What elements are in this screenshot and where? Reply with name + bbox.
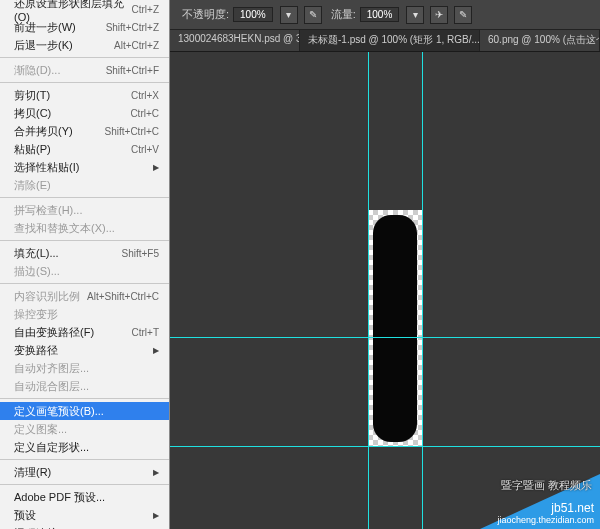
watermark-text: jb51.net jiaocheng.thezidian.com bbox=[497, 501, 594, 525]
menu-item-label: 填充(L)... bbox=[14, 246, 59, 261]
menu-item-label: 预设 bbox=[14, 508, 36, 523]
menu-item-shortcut: Shift+Ctrl+F bbox=[106, 65, 159, 76]
guide-horizontal-1 bbox=[170, 337, 600, 338]
menu-item[interactable]: 预设 bbox=[0, 506, 169, 524]
menu-item-label: 定义自定形状... bbox=[14, 440, 89, 455]
menu-item[interactable]: 粘贴(P)Ctrl+V bbox=[0, 140, 169, 158]
opacity-value[interactable]: 100% bbox=[233, 7, 273, 22]
flow-value[interactable]: 100% bbox=[360, 7, 400, 22]
menu-item[interactable]: 拷贝(C)Ctrl+C bbox=[0, 104, 169, 122]
tab-document-2[interactable]: 未标题-1.psd @ 100% (矩形 1, RGB/... bbox=[300, 30, 480, 51]
menu-item-shortcut: Ctrl+C bbox=[130, 108, 159, 119]
menu-item-shortcut: Shift+Ctrl+Z bbox=[106, 22, 159, 33]
opacity-dropdown-icon[interactable]: ▾ bbox=[280, 6, 298, 24]
menu-item-label: 定义画笔预设(B)... bbox=[14, 404, 104, 419]
menu-item-label: 拼写检查(H)... bbox=[14, 203, 82, 218]
menu-item-label: 选择性粘贴(I) bbox=[14, 160, 79, 175]
menu-item-label: 操控变形 bbox=[14, 307, 58, 322]
menu-separator bbox=[0, 398, 169, 399]
menu-item-label: 渐隐(D)... bbox=[14, 63, 60, 78]
menu-item: 拼写检查(H)... bbox=[0, 201, 169, 219]
menu-item-label: 剪切(T) bbox=[14, 88, 50, 103]
menu-item-label: 自动对齐图层... bbox=[14, 361, 89, 376]
watermark-line2: jiaocheng.thezidian.com bbox=[497, 515, 594, 525]
menu-item[interactable]: 自由变换路径(F)Ctrl+T bbox=[0, 323, 169, 341]
guide-vertical-2 bbox=[422, 52, 423, 529]
menu-separator bbox=[0, 484, 169, 485]
menu-item[interactable]: 合并拷贝(Y)Shift+Ctrl+C bbox=[0, 122, 169, 140]
menu-item: 自动混合图层... bbox=[0, 377, 169, 395]
menu-item-label: 粘贴(P) bbox=[14, 142, 51, 157]
menu-item[interactable]: 填充(L)...Shift+F5 bbox=[0, 244, 169, 262]
menu-item-shortcut: Shift+Ctrl+C bbox=[105, 126, 159, 137]
menu-item-shortcut: Alt+Shift+Ctrl+C bbox=[87, 291, 159, 302]
menu-item-label: 清理(R) bbox=[14, 465, 51, 480]
menu-item-label: 后退一步(K) bbox=[14, 38, 73, 53]
rounded-rect-shape bbox=[373, 215, 417, 442]
watermark: 暨字暨画 教程频乐 jb51.net jiaocheng.thezidian.c… bbox=[480, 474, 600, 529]
flow-label: 流量: bbox=[331, 7, 356, 22]
menu-item-label: 自动混合图层... bbox=[14, 379, 89, 394]
menu-item-label: Adobe PDF 预设... bbox=[14, 490, 105, 505]
menu-item[interactable]: 后退一步(K)Alt+Ctrl+Z bbox=[0, 36, 169, 54]
menu-item-label: 自由变换路径(F) bbox=[14, 325, 94, 340]
menu-item: 定义图案... bbox=[0, 420, 169, 438]
menu-item-label: 清除(E) bbox=[14, 178, 51, 193]
menu-item-shortcut: Ctrl+X bbox=[131, 90, 159, 101]
menu-item[interactable]: Adobe PDF 预设... bbox=[0, 488, 169, 506]
opacity-label: 不透明度: bbox=[182, 7, 229, 22]
options-bar: 不透明度: 100% ▾ ✎ 流量: 100% ▾ ✈ ✎ bbox=[170, 0, 600, 30]
tab-document-1[interactable]: 1300024683HEKN.psd @ 3... bbox=[170, 30, 300, 51]
guide-horizontal-2 bbox=[170, 446, 600, 447]
menu-item-shortcut: Ctrl+V bbox=[131, 144, 159, 155]
menu-item[interactable]: 剪切(T)Ctrl+X bbox=[0, 86, 169, 104]
menu-item: 操控变形 bbox=[0, 305, 169, 323]
menu-item[interactable]: 选择性粘贴(I) bbox=[0, 158, 169, 176]
menu-item: 清除(E) bbox=[0, 176, 169, 194]
menu-separator bbox=[0, 459, 169, 460]
menu-item-label: 前进一步(W) bbox=[14, 20, 76, 35]
guide-vertical-1 bbox=[368, 52, 369, 529]
menu-item-label: 查找和替换文本(X)... bbox=[14, 221, 115, 236]
pressure-size-icon[interactable]: ✎ bbox=[454, 6, 472, 24]
canvas-area[interactable] bbox=[170, 52, 600, 529]
tab-document-3[interactable]: 60.png @ 100% (点击这个，将 选区转 bbox=[480, 30, 600, 51]
menu-separator bbox=[0, 197, 169, 198]
menu-item: 描边(S)... bbox=[0, 262, 169, 280]
menu-item-label: 合并拷贝(Y) bbox=[14, 124, 73, 139]
menu-item[interactable]: 定义自定形状... bbox=[0, 438, 169, 456]
menu-item-label: 远程连接... bbox=[14, 526, 67, 530]
menu-item: 内容识别比例Alt+Shift+Ctrl+C bbox=[0, 287, 169, 305]
menu-item[interactable]: 远程连接... bbox=[0, 524, 169, 529]
menu-item-shortcut: Ctrl+Z bbox=[132, 4, 160, 15]
airbrush-icon[interactable]: ✈ bbox=[430, 6, 448, 24]
menu-item[interactable]: 定义画笔预设(B)... bbox=[0, 402, 169, 420]
document-tabs: 1300024683HEKN.psd @ 3... 未标题-1.psd @ 10… bbox=[170, 30, 600, 52]
menu-separator bbox=[0, 283, 169, 284]
menu-separator bbox=[0, 82, 169, 83]
watermark-top-text: 暨字暨画 教程频乐 bbox=[501, 478, 592, 493]
menu-item: 查找和替换文本(X)... bbox=[0, 219, 169, 237]
menu-item[interactable]: 清理(R) bbox=[0, 463, 169, 481]
menu-item[interactable]: 还原设置形状图层填充(O)Ctrl+Z bbox=[0, 0, 169, 18]
edit-menu: 还原设置形状图层填充(O)Ctrl+Z前进一步(W)Shift+Ctrl+Z后退… bbox=[0, 0, 170, 529]
flow-dropdown-icon[interactable]: ▾ bbox=[406, 6, 424, 24]
pressure-opacity-icon[interactable]: ✎ bbox=[304, 6, 322, 24]
menu-separator bbox=[0, 240, 169, 241]
menu-item[interactable]: 变换路径 bbox=[0, 341, 169, 359]
menu-item-label: 变换路径 bbox=[14, 343, 58, 358]
menu-item-label: 定义图案... bbox=[14, 422, 67, 437]
watermark-line1: jb51.net bbox=[497, 501, 594, 515]
menu-item-label: 拷贝(C) bbox=[14, 106, 51, 121]
menu-item-label: 描边(S)... bbox=[14, 264, 60, 279]
menu-separator bbox=[0, 57, 169, 58]
menu-item: 自动对齐图层... bbox=[0, 359, 169, 377]
menu-item-label: 内容识别比例 bbox=[14, 289, 80, 304]
menu-item: 渐隐(D)...Shift+Ctrl+F bbox=[0, 61, 169, 79]
menu-item-shortcut: Ctrl+T bbox=[132, 327, 160, 338]
menu-item-shortcut: Shift+F5 bbox=[121, 248, 159, 259]
menu-item-shortcut: Alt+Ctrl+Z bbox=[114, 40, 159, 51]
